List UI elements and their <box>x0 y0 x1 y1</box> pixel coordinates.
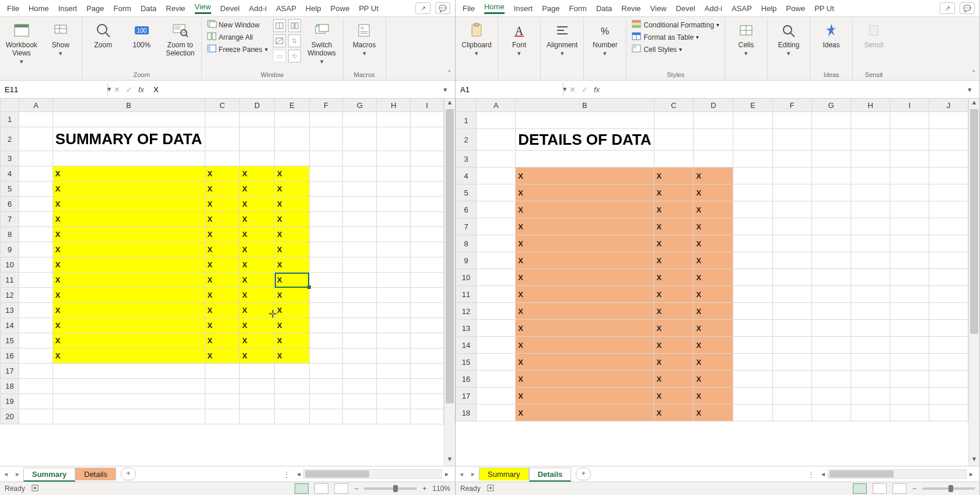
cell[interactable] <box>811 201 850 218</box>
cell[interactable] <box>851 269 890 286</box>
cell[interactable] <box>477 129 516 151</box>
cell[interactable]: X <box>205 242 240 257</box>
ribbon-tab-devel[interactable]: Devel <box>671 2 700 15</box>
cell[interactable] <box>890 286 929 303</box>
cell[interactable]: X <box>205 197 240 212</box>
cell[interactable] <box>309 212 342 227</box>
page-break-view-right-button[interactable] <box>892 483 907 494</box>
cell[interactable] <box>309 409 342 424</box>
cell[interactable] <box>890 337 929 354</box>
macro-record-icon[interactable] <box>31 484 39 494</box>
cell[interactable] <box>411 212 444 227</box>
cell[interactable] <box>275 409 310 424</box>
cell[interactable] <box>343 394 377 409</box>
row-header[interactable]: 10 <box>1 257 19 273</box>
cell[interactable] <box>343 364 377 379</box>
cell[interactable]: X <box>694 252 733 269</box>
cell[interactable]: X <box>52 318 205 333</box>
cell[interactable]: X <box>275 273 310 288</box>
cell[interactable] <box>411 409 444 424</box>
cell[interactable]: X <box>240 197 275 212</box>
cell[interactable] <box>205 112 240 127</box>
cell[interactable] <box>309 166 342 182</box>
cell[interactable] <box>929 371 968 388</box>
cell[interactable] <box>811 218 850 235</box>
comments-icon[interactable]: 💬 <box>435 2 450 14</box>
cell[interactable] <box>240 127 275 151</box>
cell[interactable] <box>19 112 53 127</box>
vertical-scrollbar-right[interactable]: ▲ ▼ <box>968 99 979 466</box>
cell[interactable]: X <box>52 273 205 288</box>
cell[interactable] <box>733 405 772 421</box>
ribbon-tab-form[interactable]: Form <box>109 2 136 15</box>
arrange-all-button[interactable]: Arrange All <box>205 32 270 43</box>
cell[interactable] <box>377 182 411 197</box>
cell[interactable] <box>811 405 850 421</box>
cell[interactable] <box>343 112 377 127</box>
cell[interactable] <box>929 168 968 184</box>
cell[interactable]: X <box>694 286 733 303</box>
cell[interactable] <box>19 151 53 166</box>
row-header[interactable]: 19 <box>1 394 19 409</box>
cell[interactable] <box>205 394 240 409</box>
cell[interactable] <box>205 409 240 424</box>
formula-input-right[interactable] <box>606 83 964 96</box>
cell[interactable] <box>733 388 772 405</box>
row-header[interactable]: 1 <box>1 112 19 127</box>
cell[interactable] <box>377 273 411 288</box>
cell[interactable] <box>343 318 377 333</box>
cell[interactable]: X <box>516 269 654 286</box>
clipboard-button[interactable]: Clipboard▾ <box>459 19 494 58</box>
column-header[interactable]: H <box>851 99 890 112</box>
cell[interactable] <box>929 218 968 235</box>
cell[interactable]: X <box>694 388 733 405</box>
cell[interactable]: X <box>694 201 733 218</box>
cell[interactable] <box>343 127 377 151</box>
row-header[interactable]: 2 <box>456 129 477 151</box>
cell[interactable]: X <box>205 212 240 227</box>
row-header[interactable]: 17 <box>1 364 19 379</box>
cell[interactable]: X <box>516 168 654 184</box>
cell[interactable] <box>411 166 444 182</box>
cell[interactable]: X <box>275 182 310 197</box>
page-layout-view-button[interactable] <box>314 483 328 494</box>
cell[interactable] <box>811 252 850 269</box>
cell[interactable] <box>929 252 968 269</box>
cell[interactable] <box>772 269 811 286</box>
cell[interactable] <box>309 364 342 379</box>
row-header[interactable]: 9 <box>1 242 19 257</box>
row-header[interactable]: 6 <box>1 197 19 212</box>
cell[interactable] <box>851 252 890 269</box>
cell[interactable] <box>477 371 516 388</box>
cell[interactable] <box>654 151 694 168</box>
cell[interactable]: X <box>52 227 205 242</box>
ribbon-tab-add-i[interactable]: Add-i <box>244 2 271 15</box>
row-header[interactable]: 8 <box>456 235 477 252</box>
alignment-button[interactable]: Alignment▾ <box>544 19 580 58</box>
cell[interactable]: X <box>205 333 240 348</box>
cell[interactable]: X <box>275 197 310 212</box>
conditional-formatting-button[interactable]: Conditional Formatting ▾ <box>630 19 721 30</box>
cell[interactable] <box>477 320 516 337</box>
cell[interactable] <box>890 371 929 388</box>
zoom-selection-button[interactable]: Zoom to Selection <box>163 19 198 59</box>
cell[interactable] <box>377 333 411 348</box>
column-header[interactable]: G <box>343 99 377 112</box>
cell[interactable] <box>890 112 929 129</box>
cell[interactable] <box>477 184 516 201</box>
cell[interactable]: X <box>654 201 694 218</box>
row-header[interactable]: 3 <box>456 151 477 168</box>
row-header[interactable]: 7 <box>1 212 19 227</box>
ribbon-tab-page[interactable]: Page <box>82 2 108 15</box>
cell[interactable] <box>811 371 850 388</box>
cell[interactable] <box>851 303 890 320</box>
sheet-tab-details[interactable]: Details <box>529 468 572 482</box>
cell[interactable] <box>772 354 811 371</box>
cell[interactable] <box>411 273 444 288</box>
cell[interactable]: X <box>516 371 654 388</box>
zoom-slider-right[interactable] <box>922 487 975 490</box>
cell[interactable] <box>19 318 53 333</box>
zoom-button[interactable]: Zoom <box>86 19 121 51</box>
cell[interactable]: X <box>694 218 733 235</box>
tab-splitter-right-icon[interactable]: ⋮ <box>807 470 815 479</box>
